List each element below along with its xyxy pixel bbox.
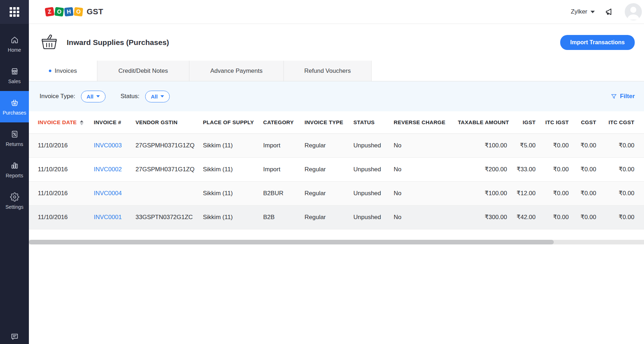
tab-advance-payments[interactable]: Advance Payments [189,61,284,81]
filter-button[interactable]: Filter [611,93,635,100]
cell-status: Unpushed [353,181,394,205]
zoho-gst-logo: ZOHO GST [45,7,103,16]
sidebar-item-label: Reports [6,173,23,178]
app-grid-button[interactable] [0,0,29,24]
table-row[interactable]: 11/10/2016INVC000327GSPMH0371G1ZQSikkim … [29,133,644,157]
invoice-type-dropdown[interactable]: All [81,91,106,102]
filter-bar: Invoice Type: All Status: All Filter [29,81,644,111]
col-itc-cgst[interactable]: ITC CGST [596,111,644,133]
column-label: STATUS [353,119,375,125]
zoho-logo-tile: Z [45,7,54,16]
cell-invoice-date: 11/10/2016 [29,157,94,181]
column-label: IGST [523,119,536,125]
invoice-link[interactable]: INVC0001 [94,214,122,221]
table-row[interactable]: 11/10/2016INVC0004Sikkim (11)B2BURRegula… [29,181,644,205]
cell-invoice-no: INVC0004 [94,181,136,205]
cell-invoice-date: 11/10/2016 [29,133,94,157]
cell-category: B2B [263,205,305,229]
app-root: HomeSalesPurchasesReturnsReportsSettings… [0,0,644,344]
col-taxable-amount[interactable]: TAXABLE AMOUNT [458,111,507,133]
cell-invoice-no: INVC0001 [94,205,136,229]
column-label: INVOICE DATE [38,119,77,125]
tab-bar: InvoicesCredit/Debit NotesAdvance Paymen… [29,61,644,81]
megaphone-icon [604,6,615,17]
col-status[interactable]: STATUS [353,111,394,133]
cell-taxable-amount: ₹300.00 [458,205,507,229]
col-category[interactable]: CATEGORY [263,111,305,133]
avatar[interactable] [625,3,642,20]
org-selector[interactable]: Zylker [571,8,595,15]
col-itc-igst[interactable]: ITC IGST [536,111,569,133]
settings-icon [10,192,19,202]
cell-vendor-gstin: 33GSPTN0372G1ZC [136,205,203,229]
scrollbar-thumb[interactable] [29,240,554,244]
col-cgst[interactable]: CGST [569,111,596,133]
tab-label: Credit/Debit Notes [118,67,168,75]
cell-reverse-charge: No [394,157,458,181]
table-body: 11/10/2016INVC000327GSPMH0371G1ZQSikkim … [29,133,644,229]
sidebar-item-settings[interactable]: Settings [0,185,29,217]
main-area: ZOHO GST Zylker Inward Supplies (P [29,0,644,344]
sidebar-item-reports[interactable]: Reports [0,154,29,185]
col-place-of-supply[interactable]: PLACE OF SUPPLY [203,111,263,133]
sidebar-item-purchases[interactable]: Purchases [0,91,29,122]
cell-itc-igst: ₹0.00 [536,133,569,157]
invoices-table: INVOICE DATEINVOICE #VENDOR GSTINPLACE O… [29,111,644,229]
col-reverse-charge[interactable]: REVERSE CHARGE [394,111,458,133]
sidebar-item-home[interactable]: Home [0,28,29,60]
cell-place-of-supply: Sikkim (11) [203,205,263,229]
sidebar-item-sales[interactable]: Sales [0,60,29,91]
col-invoice-type[interactable]: INVOICE TYPE [305,111,353,133]
horizontal-scrollbar[interactable] [29,240,644,244]
table-row[interactable]: 11/10/2016INVC000227GSPMH0371G1ZQSikkim … [29,157,644,181]
cell-itc-igst: ₹0.00 [536,157,569,181]
zoho-logo-tiles: ZOHO [45,7,83,16]
status-dropdown[interactable]: All [145,91,170,102]
sort-arrows-icon [80,120,83,125]
col-invoice[interactable]: INVOICE # [94,111,136,133]
cell-igst: ₹33.00 [507,157,536,181]
invoice-link[interactable]: INVC0002 [94,166,122,173]
cell-reverse-charge: No [394,181,458,205]
cell-igst: ₹12.00 [507,181,536,205]
column-label: INVOICE # [94,119,121,125]
cell-vendor-gstin [136,181,203,205]
cell-status: Unpushed [353,205,394,229]
invoice-link[interactable]: INVC0004 [94,190,122,197]
cell-invoice-date: 11/10/2016 [29,205,94,229]
zoho-logo-tile: O [74,7,83,16]
cell-taxable-amount: ₹100.00 [458,181,507,205]
purchases-icon [10,98,19,107]
table-row[interactable]: 11/10/2016INVC000133GSPTN0372G1ZCSikkim … [29,205,644,229]
returns-icon [10,130,19,139]
cell-itc-cgst: ₹0.00 [596,205,644,229]
col-vendor-gstin[interactable]: VENDOR GSTIN [136,111,203,133]
cell-itc-cgst: ₹0.00 [596,157,644,181]
tab-refund-vouchers[interactable]: Refund Vouchers [284,61,372,81]
app-grid-icon [10,7,19,17]
cell-itc-igst: ₹0.00 [536,181,569,205]
col-igst[interactable]: IGST [507,111,536,133]
cell-invoice-type: Regular [305,181,353,205]
col-invoice-date[interactable]: INVOICE DATE [29,111,94,133]
cell-status: Unpushed [353,157,394,181]
tab-invoices[interactable]: Invoices [29,61,97,81]
column-label: CGST [581,119,596,125]
invoice-type-value: All [87,93,93,100]
sidebar-item-label: Returns [6,141,23,147]
sidebar-item-contact[interactable]: Contact [0,332,29,344]
sidebar-item-returns[interactable]: Returns [0,122,29,154]
import-transactions-button[interactable]: Import Transactions [560,35,635,50]
cell-igst: ₹42.00 [507,205,536,229]
home-icon [10,35,19,45]
table-header-row: INVOICE DATEINVOICE #VENDOR GSTINPLACE O… [29,111,644,133]
column-label: INVOICE TYPE [305,119,343,125]
announcements-button[interactable] [604,6,615,17]
invoice-link[interactable]: INVC0003 [94,142,122,149]
tab-credit-debit-notes[interactable]: Credit/Debit Notes [97,61,189,81]
page-header: Inward Supplies (Purchases) Import Trans… [29,24,644,61]
column-label: CATEGORY [263,119,294,125]
sidebar-nav: HomeSalesPurchasesReturnsReportsSettings [0,28,29,217]
invoice-type-label: Invoice Type: [40,93,75,100]
cell-place-of-supply: Sikkim (11) [203,133,263,157]
